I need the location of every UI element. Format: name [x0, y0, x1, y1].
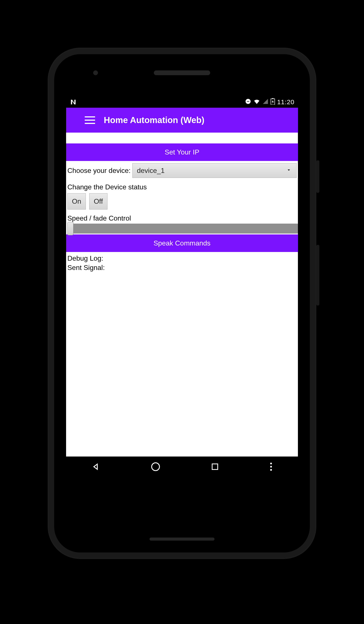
- svg-rect-3: [272, 98, 273, 99]
- svg-point-6: [270, 463, 272, 464]
- debug-log-label: Debug Log:: [67, 254, 297, 263]
- do-not-disturb-icon: [245, 98, 251, 106]
- spacer: [66, 133, 298, 143]
- svg-rect-1: [247, 101, 249, 102]
- svg-point-8: [270, 469, 272, 471]
- on-button[interactable]: On: [67, 193, 86, 209]
- hamburger-icon[interactable]: [85, 114, 98, 127]
- battery-charging-icon: [271, 98, 275, 106]
- power-button[interactable]: [316, 160, 319, 193]
- android-nav-bar: [66, 457, 298, 478]
- bottom-speaker: [150, 538, 214, 541]
- volume-button[interactable]: [316, 245, 319, 306]
- on-off-row: On Off: [66, 193, 298, 213]
- earpiece-speaker: [154, 70, 210, 75]
- overflow-icon[interactable]: [269, 462, 273, 472]
- signal-icon: [262, 98, 268, 106]
- set-ip-button[interactable]: Set Your IP: [66, 143, 298, 161]
- wifi-icon: [253, 98, 260, 106]
- svg-rect-5: [212, 464, 218, 469]
- back-icon[interactable]: [91, 462, 101, 473]
- android-n-icon: [70, 98, 77, 106]
- change-status-label: Change the Device status: [66, 180, 298, 193]
- phone-bezel: 11:20 Home Automation (Web) Set Your IP …: [54, 54, 310, 552]
- device-dropdown-value: device_1: [137, 167, 165, 175]
- device-dropdown[interactable]: device_1: [132, 163, 297, 178]
- app-bar: Home Automation (Web): [66, 108, 298, 133]
- off-button[interactable]: Off: [89, 193, 107, 209]
- speed-slider-wrap: [66, 224, 298, 234]
- front-camera: [93, 70, 98, 75]
- screen: 11:20 Home Automation (Web) Set Your IP …: [66, 96, 298, 478]
- svg-point-7: [270, 466, 272, 468]
- recents-icon[interactable]: [210, 462, 220, 472]
- status-clock: 11:20: [277, 98, 294, 106]
- status-bar: 11:20: [66, 96, 298, 108]
- chevron-down-icon: [286, 167, 292, 175]
- sent-signal-label: Sent Signal:: [67, 263, 297, 272]
- log-area: Debug Log: Sent Signal:: [66, 252, 298, 274]
- home-icon[interactable]: [150, 462, 161, 473]
- phone-frame: 11:20 Home Automation (Web) Set Your IP …: [48, 48, 316, 559]
- speed-fade-label: Speed / fade Control: [66, 213, 298, 224]
- svg-point-4: [152, 463, 159, 470]
- speed-slider[interactable]: [67, 224, 298, 234]
- slider-thumb[interactable]: [67, 222, 74, 235]
- speak-commands-button[interactable]: Speak Commands: [66, 234, 298, 252]
- choose-device-row: Choose your device: device_1: [66, 161, 298, 180]
- choose-device-label: Choose your device:: [67, 167, 131, 175]
- app-title: Home Automation (Web): [104, 115, 204, 125]
